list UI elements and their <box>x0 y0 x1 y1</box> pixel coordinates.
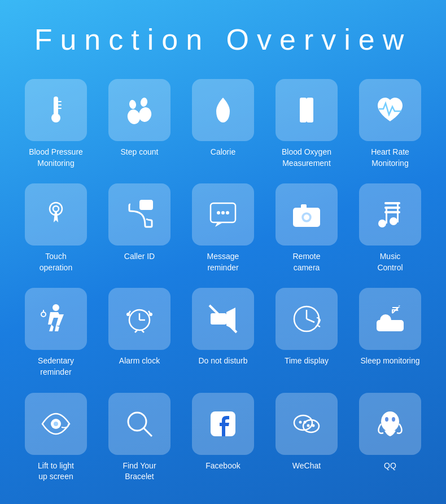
music-icon <box>359 183 421 246</box>
feature-label-time-display: Time display <box>285 356 329 367</box>
svg-line-42 <box>135 330 137 332</box>
svg-point-21 <box>226 211 229 214</box>
feature-remote-camera: Remotecamera <box>265 178 348 282</box>
eye-icon <box>25 393 87 455</box>
svg-rect-26 <box>313 210 317 212</box>
feature-label-heart-rate: Heart RateMonitoring <box>371 147 409 169</box>
svg-point-24 <box>304 214 309 220</box>
feature-label-blood-pressure: Blood PressureMonitoring <box>29 147 83 169</box>
features-grid: Blood PressureMonitoringStep countCalori… <box>0 73 446 492</box>
feature-facebook: Facebook <box>181 387 265 492</box>
message-icon <box>192 183 254 246</box>
search-icon <box>108 393 170 455</box>
feature-alarm-clock: Alarm clock <box>98 282 181 387</box>
svg-point-6 <box>137 106 153 124</box>
caller-id-icon: xxx <box>108 183 170 246</box>
feature-label-sedentary: Sedentaryreminder <box>38 356 74 378</box>
camera-icon <box>276 183 338 246</box>
clock-icon <box>276 288 338 350</box>
feature-sleep-monitoring: zzSleep monitoring <box>348 282 432 387</box>
feature-blood-oxygen: SaO2Blood OxygenMeasurement <box>265 73 348 178</box>
svg-point-20 <box>221 211 225 214</box>
heart-rate-icon <box>359 79 421 141</box>
mute-icon <box>192 288 254 350</box>
svg-line-58 <box>143 428 152 436</box>
svg-point-40 <box>126 313 130 316</box>
qq-icon <box>359 393 421 455</box>
feature-label-remote-camera: Remotecamera <box>292 251 320 273</box>
svg-line-48 <box>307 319 314 322</box>
feature-qq: QQ <box>348 387 432 492</box>
sleep-icon: zz <box>359 288 421 350</box>
blood-oxygen-icon: SaO2 <box>276 79 338 141</box>
svg-point-1 <box>51 113 60 122</box>
svg-point-8 <box>140 97 148 107</box>
svg-point-14 <box>53 206 59 212</box>
svg-text:xxx: xxx <box>144 203 152 208</box>
feature-message: Messagereminder <box>181 178 265 282</box>
svg-point-65 <box>312 424 315 427</box>
svg-point-41 <box>149 313 152 316</box>
sedentary-icon <box>25 288 87 350</box>
svg-point-34 <box>53 304 59 311</box>
svg-point-7 <box>129 99 137 109</box>
svg-point-63 <box>304 420 307 423</box>
feature-label-message: Messagereminder <box>207 251 239 273</box>
facebook-icon <box>192 393 254 455</box>
feature-label-alarm-clock: Alarm clock <box>119 356 160 367</box>
svg-rect-10 <box>307 98 313 122</box>
alarm-icon <box>108 288 170 350</box>
feature-wechat: WeChat <box>265 387 348 492</box>
svg-point-64 <box>307 424 310 427</box>
svg-text:Sa: Sa <box>301 101 307 107</box>
steps-icon <box>108 79 170 141</box>
feature-do-not-disturb: Do not disturb <box>181 282 265 387</box>
svg-point-19 <box>217 211 220 214</box>
svg-point-62 <box>299 420 302 423</box>
svg-point-55 <box>54 422 58 426</box>
touch-icon <box>25 183 87 246</box>
svg-point-67 <box>385 417 388 422</box>
svg-point-31 <box>390 217 397 225</box>
svg-line-49 <box>318 326 320 327</box>
svg-point-51 <box>380 314 391 326</box>
feature-label-step-count: Step count <box>121 147 159 158</box>
feature-label-blood-oxygen: Blood OxygenMeasurement <box>282 147 331 169</box>
feature-caller-id: xxxCaller ID <box>98 178 181 282</box>
feature-lift-screen: Lift to lightup screen <box>14 387 98 492</box>
feature-label-facebook: Facebook <box>205 461 240 472</box>
feature-label-do-not-disturb: Do not disturb <box>198 356 247 367</box>
svg-text:z: z <box>398 304 400 309</box>
svg-rect-32 <box>386 207 387 223</box>
svg-point-11 <box>308 111 313 119</box>
feature-label-lift-screen: Lift to lightup screen <box>38 461 74 483</box>
flame-icon <box>192 79 254 141</box>
svg-rect-25 <box>301 204 307 209</box>
feature-label-sleep-monitoring: Sleep monitoring <box>360 356 419 367</box>
svg-rect-27 <box>384 202 400 204</box>
feature-sedentary: Sedentaryreminder <box>14 282 98 387</box>
feature-label-touch: Touchoperation <box>40 251 72 273</box>
svg-rect-3 <box>58 104 62 106</box>
feature-blood-pressure: Blood PressureMonitoring <box>14 73 98 178</box>
feature-label-wechat: WeChat <box>292 461 321 472</box>
feature-music-control: MusicControl <box>348 178 432 282</box>
feature-heart-rate: Heart RateMonitoring <box>348 73 432 178</box>
feature-label-find-bracelet: Find YourBracelet <box>123 461 156 483</box>
wechat-icon <box>276 393 338 455</box>
feature-label-music-control: MusicControl <box>377 251 403 273</box>
feature-label-qq: QQ <box>384 461 396 472</box>
svg-text:O2: O2 <box>301 108 306 112</box>
feature-step-count: Step count <box>98 73 181 178</box>
feature-label-calorie: Calorie <box>211 147 235 158</box>
svg-point-66 <box>381 411 399 432</box>
svg-rect-33 <box>397 204 399 222</box>
feature-calorie: Calorie <box>181 73 265 178</box>
svg-point-35 <box>41 312 46 317</box>
svg-rect-4 <box>58 108 62 109</box>
feature-time-display: Time display <box>265 282 348 387</box>
page-title: Function Overview <box>0 0 446 73</box>
svg-line-43 <box>142 330 144 332</box>
svg-rect-0 <box>54 97 58 116</box>
svg-rect-2 <box>58 101 62 102</box>
